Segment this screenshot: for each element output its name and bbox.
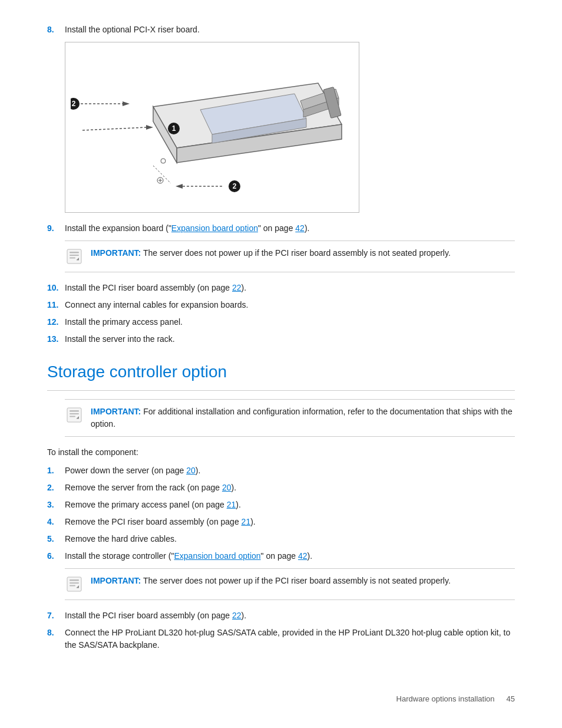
s1-text: Power down the server (on page 20). xyxy=(65,465,515,477)
s3-item: 3. Remove the primary access panel (on p… xyxy=(47,499,515,511)
s2-number: 2. xyxy=(47,482,65,494)
step-10-text: Install the PCI riser board assembly (on… xyxy=(65,282,515,294)
step-11-item: 11. Connect any internal cables for expa… xyxy=(47,299,515,311)
important-block-1: IMPORTANT: The server does not power up … xyxy=(65,241,515,272)
step-10-item: 10. Install the PCI riser board assembly… xyxy=(47,282,515,294)
important-label-3: IMPORTANT: xyxy=(91,576,141,585)
s4-item: 4. Remove the PCI riser board assembly (… xyxy=(47,516,515,528)
svg-text:2: 2 xyxy=(233,182,237,190)
svg-marker-13 xyxy=(123,101,130,106)
important-icon-2 xyxy=(65,406,84,424)
important-icon-1 xyxy=(65,247,84,266)
important-text-1: IMPORTANT: The server does not power up … xyxy=(91,247,515,259)
step-12-text: Install the primary access panel. xyxy=(65,316,515,328)
step-10-after: ). xyxy=(242,283,247,292)
step-9-text: Install the expansion board ("Expansion … xyxy=(65,222,515,235)
s8-number: 8. xyxy=(47,627,65,639)
svg-text:1: 1 xyxy=(172,124,176,133)
svg-rect-29 xyxy=(67,408,81,422)
svg-rect-27 xyxy=(70,255,79,256)
s7-page-link[interactable]: 22 xyxy=(232,611,242,620)
step-9-text-before: Install the expansion board (" xyxy=(65,223,171,233)
s1-item: 1. Power down the server (on page 20). xyxy=(47,465,515,477)
s7-after: ). xyxy=(242,611,247,620)
s3-number: 3. xyxy=(47,499,65,511)
step-13-text: Install the server into the rack. xyxy=(65,333,515,345)
s7-before: Install the PCI riser board assembly (on… xyxy=(65,611,232,620)
s6-item: 6. Install the storage controller ("Expa… xyxy=(47,550,515,562)
s4-page-link[interactable]: 21 xyxy=(242,517,251,526)
step-8-number: 8. xyxy=(47,24,65,36)
svg-rect-31 xyxy=(70,413,79,414)
s2-page-link[interactable]: 20 xyxy=(222,483,232,492)
s4-before: Remove the PCI riser board assembly (on … xyxy=(65,517,242,526)
svg-rect-30 xyxy=(70,410,79,412)
step-13-item: 13. Install the server into the rack. xyxy=(47,333,515,345)
s1-number: 1. xyxy=(47,465,65,477)
s6-page-link[interactable]: 42 xyxy=(298,551,308,561)
svg-marker-9 xyxy=(146,125,153,130)
svg-rect-33 xyxy=(67,577,81,591)
svg-rect-26 xyxy=(70,252,79,253)
svg-rect-32 xyxy=(70,416,75,417)
s7-item: 7. Install the PCI riser board assembly … xyxy=(47,610,515,622)
s1-after: ). xyxy=(196,466,201,475)
s4-after: ). xyxy=(250,517,256,526)
footer-text: Hardware options installation xyxy=(396,693,495,705)
important-icon-3 xyxy=(65,575,84,594)
step9-page-link[interactable]: 42 xyxy=(295,223,305,233)
svg-rect-28 xyxy=(70,258,75,259)
important-content-3: The server does not power up if the PCI … xyxy=(141,576,451,585)
s6-end: ). xyxy=(308,551,313,561)
svg-point-17 xyxy=(161,159,166,163)
important-label-1: IMPORTANT: xyxy=(91,248,141,258)
svg-line-8 xyxy=(82,127,147,130)
intro-text: To install the component: xyxy=(47,446,515,459)
s8-item: 8. Connect the HP ProLiant DL320 hot-plu… xyxy=(47,627,515,651)
expansion-board-link-1[interactable]: Expansion board option xyxy=(171,223,258,233)
s6-after: " on page xyxy=(261,551,298,561)
svg-text:2: 2 xyxy=(72,100,76,108)
pci-riser-diagram: 1 2 2 xyxy=(71,48,353,207)
s5-text: Remove the hard drive cables. xyxy=(65,533,515,545)
step-12-item: 12. Install the primary access panel. xyxy=(47,316,515,328)
step-8-text: Install the optional PCI-X riser board. xyxy=(65,24,515,36)
s3-after: ). xyxy=(236,500,241,509)
step-9-item: 9. Install the expansion board ("Expansi… xyxy=(47,222,515,235)
s3-page-link[interactable]: 21 xyxy=(227,500,236,509)
s2-after: ). xyxy=(231,483,236,492)
step-10-before: Install the PCI riser board assembly (on… xyxy=(65,283,232,292)
step-11-number: 11. xyxy=(47,299,65,311)
s3-before: Remove the primary access panel (on page xyxy=(65,500,227,509)
s6-text: Install the storage controller ("Expansi… xyxy=(65,550,515,562)
section-divider xyxy=(47,390,515,391)
diagram-image: 1 2 2 xyxy=(65,42,359,213)
s7-text: Install the PCI riser board assembly (on… xyxy=(65,610,515,622)
svg-rect-34 xyxy=(70,579,79,581)
important-label-2: IMPORTANT: xyxy=(91,407,141,416)
step10-page-link[interactable]: 22 xyxy=(232,283,242,292)
step-9-text-after: " on page xyxy=(258,223,295,233)
step-12-number: 12. xyxy=(47,316,65,328)
footer-page: 45 xyxy=(507,693,515,705)
important-text-3: IMPORTANT: The server does not power up … xyxy=(91,575,515,587)
important-content-1: The server does not power up if the PCI … xyxy=(141,248,451,258)
step-8-item: 8. Install the optional PCI-X riser boar… xyxy=(47,24,515,36)
s7-number: 7. xyxy=(47,610,65,622)
step-9-number: 9. xyxy=(47,222,65,235)
section-title: Storage controller option xyxy=(47,360,515,384)
s6-before: Install the storage controller (" xyxy=(65,551,174,561)
step-13-number: 13. xyxy=(47,333,65,345)
s5-number: 5. xyxy=(47,533,65,545)
step-11-text: Connect any internal cables for expansio… xyxy=(65,299,515,311)
svg-rect-36 xyxy=(70,585,75,587)
step-9-end: ). xyxy=(305,223,310,233)
important-content-2: For additional installation and configur… xyxy=(91,407,513,429)
s1-page-link[interactable]: 20 xyxy=(186,466,196,475)
important-block-2: IMPORTANT: For additional installation a… xyxy=(65,399,515,437)
expansion-board-link-2[interactable]: Expansion board option xyxy=(174,551,261,561)
important-text-2: IMPORTANT: For additional installation a… xyxy=(91,406,515,430)
s2-before: Remove the server from the rack (on page xyxy=(65,483,222,492)
s5-item: 5. Remove the hard drive cables. xyxy=(47,533,515,545)
svg-rect-35 xyxy=(70,582,79,584)
